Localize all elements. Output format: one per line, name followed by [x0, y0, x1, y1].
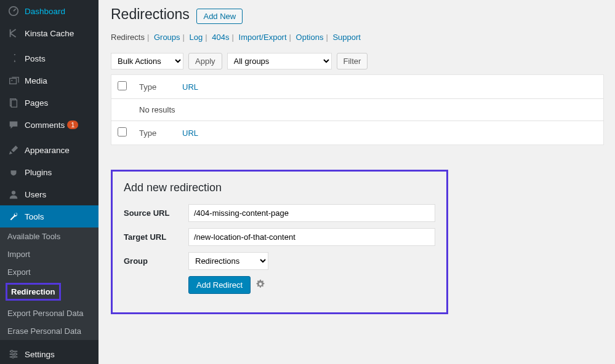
filter-button[interactable]: Filter [337, 53, 368, 69]
pages-icon [7, 97, 20, 109]
sidebar-label: Appearance [25, 146, 70, 155]
sidebar-label: Kinsta Cache [25, 29, 74, 38]
tab-support[interactable]: Support [332, 33, 361, 42]
sidebar-item-users[interactable]: Users [0, 183, 98, 205]
tab-options[interactable]: Options [296, 33, 324, 42]
sidebar-label: Tools [25, 212, 44, 221]
col-url[interactable]: URL [182, 82, 198, 92]
sidebar-label: Plugins [25, 168, 52, 177]
kinsta-icon [7, 27, 20, 39]
sidebar-label: Users [25, 190, 46, 199]
target-url-label: Target URL [124, 232, 188, 242]
pin-icon [7, 52, 20, 65]
add-redirection-form: Add new redirection Source URL Target UR… [111, 170, 448, 314]
svg-rect-4 [11, 100, 17, 108]
user-icon [7, 188, 20, 200]
brush-icon [7, 144, 20, 156]
comment-icon [7, 119, 20, 131]
wrench-icon [7, 210, 20, 223]
sidebar-label: Settings [25, 350, 55, 359]
sidebar-label: Comments [25, 121, 65, 130]
group-filter-select[interactable]: All groups [227, 53, 332, 69]
col-url-footer[interactable]: URL [182, 129, 198, 138]
bulk-actions-select[interactable]: Bulk Actions [111, 53, 183, 69]
add-redirect-button[interactable]: Add Redirect [188, 276, 251, 294]
tab-404s[interactable]: 404s [212, 33, 229, 42]
add-new-button[interactable]: Add New [196, 9, 243, 24]
sliders-icon [7, 348, 20, 360]
form-title: Add new redirection [124, 181, 435, 194]
admin-sidebar: Dashboard Kinsta Cache Posts Media Pages… [0, 0, 98, 364]
gear-icon[interactable] [255, 279, 265, 291]
submenu-erase-personal[interactable]: Erase Personal Data [0, 322, 98, 340]
tools-submenu: Available Tools Import Export Redirectio… [0, 228, 98, 340]
submenu-redirection[interactable]: Redirection [7, 285, 59, 299]
group-label: Group [124, 256, 188, 266]
sidebar-item-comments[interactable]: Comments 1 [0, 114, 98, 136]
apply-button[interactable]: Apply [188, 53, 222, 69]
tab-import-export[interactable]: Import/Export [239, 33, 287, 42]
sidebar-item-appearance[interactable]: Appearance [0, 139, 98, 161]
no-results-text: No results [133, 99, 604, 121]
submenu-import[interactable]: Import [0, 245, 98, 263]
sidebar-label: Pages [25, 98, 48, 108]
sidebar-label: Posts [25, 54, 46, 63]
select-all-checkbox[interactable] [118, 81, 127, 90]
sidebar-item-settings[interactable]: Settings [0, 343, 98, 364]
svg-point-8 [12, 356, 14, 358]
tab-groups[interactable]: Groups [154, 33, 180, 42]
sidebar-item-tools[interactable]: Tools [0, 205, 98, 228]
submenu-available-tools[interactable]: Available Tools [0, 228, 98, 245]
source-url-label: Source URL [124, 208, 188, 218]
sub-nav: Redirects| Groups| Log| 404s| Import/Exp… [111, 33, 604, 42]
sidebar-item-dashboard[interactable]: Dashboard [0, 0, 98, 22]
redirects-table: Type URL No results Type URL [111, 74, 604, 145]
tab-log[interactable]: Log [190, 33, 203, 42]
sidebar-item-kinsta[interactable]: Kinsta Cache [0, 22, 98, 44]
dashboard-icon [7, 5, 20, 17]
select-all-checkbox-footer[interactable] [118, 127, 127, 136]
sidebar-label: Media [25, 76, 47, 85]
col-type: Type [133, 75, 176, 99]
submenu-export[interactable]: Export [0, 263, 98, 281]
sidebar-item-posts[interactable]: Posts [0, 47, 98, 69]
media-icon [7, 74, 20, 87]
svg-rect-1 [10, 78, 17, 84]
sidebar-label: Dashboard [25, 7, 65, 16]
svg-point-7 [14, 353, 17, 355]
target-url-input[interactable] [188, 228, 435, 246]
svg-point-2 [11, 80, 12, 81]
source-url-input[interactable] [188, 204, 435, 222]
tab-redirects[interactable]: Redirects [111, 33, 145, 42]
sidebar-item-pages[interactable]: Pages [0, 92, 98, 114]
sidebar-item-media[interactable]: Media [0, 69, 98, 92]
sidebar-item-plugins[interactable]: Plugins [0, 161, 98, 183]
group-select[interactable]: Redirections [188, 252, 268, 270]
page-title: Redirections [111, 6, 190, 23]
svg-point-5 [12, 191, 15, 194]
submenu-export-personal[interactable]: Export Personal Data [0, 304, 98, 322]
plug-icon [7, 166, 20, 178]
svg-point-6 [11, 350, 14, 353]
col-type-footer: Type [133, 121, 176, 145]
comments-count-badge: 1 [67, 121, 78, 129]
